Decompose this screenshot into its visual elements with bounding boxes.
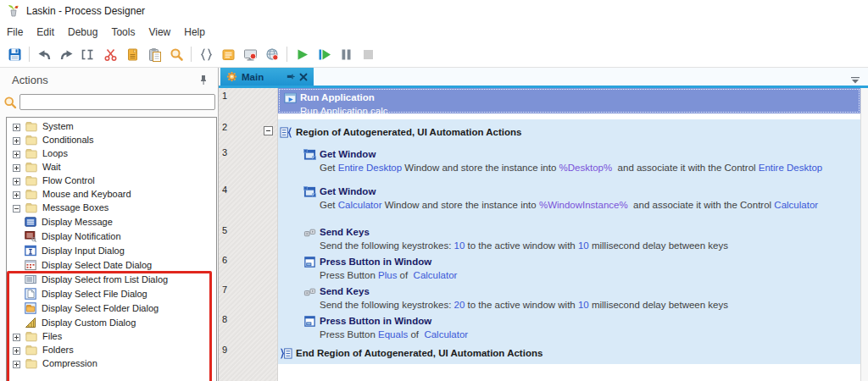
workflow-row-2[interactable]: 2Region of Autogenerated, UI Automation … bbox=[219, 119, 860, 145]
folder-icon bbox=[25, 121, 37, 132]
run-from-this-action-button[interactable] bbox=[313, 43, 335, 65]
action-region-of-autogenerated-ui-automation-actions[interactable]: Region of Autogenerated, UI Automation A… bbox=[278, 119, 860, 145]
window-title: Laskin - Process Designer bbox=[26, 5, 145, 17]
paste-button[interactable] bbox=[143, 43, 165, 65]
tree-item-display-notification[interactable]: Display Notification bbox=[7, 229, 216, 243]
variable-link[interactable]: %WindowInstance% bbox=[539, 200, 628, 210]
expand-icon[interactable] bbox=[13, 150, 20, 157]
redo-button[interactable] bbox=[55, 43, 77, 65]
tree-group-system[interactable]: System bbox=[7, 119, 216, 133]
tree-group-message-boxes[interactable]: Message Boxes bbox=[7, 201, 216, 214]
workflow-row-8[interactable]: 8Press Button in WindowPress Button Equa… bbox=[219, 312, 860, 342]
expand-icon[interactable] bbox=[13, 177, 20, 185]
stop-button[interactable] bbox=[357, 43, 379, 65]
tree-item-display-select-folder-dialog[interactable]: Display Select Folder Dialog bbox=[7, 301, 216, 315]
vertical-scrollbar[interactable] bbox=[860, 88, 868, 381]
tree-item-display-message[interactable]: Display Message bbox=[7, 214, 216, 229]
workflow-row-6[interactable]: 6Press Button in WindowPress Button Plus… bbox=[219, 252, 860, 282]
parameter-link[interactable]: 10 bbox=[454, 240, 465, 251]
tab-main[interactable]: Main bbox=[220, 68, 314, 86]
comment-button[interactable] bbox=[217, 43, 239, 65]
workflow-row-9[interactable]: 9End Region of Autogenerated, UI Automat… bbox=[219, 342, 860, 364]
tree-item-display-input-dialog[interactable]: Display Input Dialog bbox=[7, 243, 216, 257]
expand-icon[interactable] bbox=[13, 360, 20, 367]
menu-tools[interactable]: Tools bbox=[104, 24, 142, 41]
tree-group-conditionals[interactable]: Conditionals bbox=[7, 133, 216, 146]
tree-group-loops[interactable]: Loops bbox=[7, 146, 216, 160]
parameter-link[interactable]: Entire Desktop bbox=[759, 163, 822, 173]
action-send-keys[interactable]: Send KeysSend the following keystrokes: … bbox=[278, 282, 860, 312]
action-end-region-of-autogenerated-ui-automation-actions[interactable]: End Region of Autogenerated, UI Automati… bbox=[278, 342, 860, 364]
copy-button[interactable] bbox=[121, 43, 143, 65]
parameter-link[interactable]: Entire Desktop bbox=[338, 163, 402, 173]
actions-tree: SystemConditionalsLoopsWaitFlow ControlM… bbox=[6, 117, 217, 381]
parameter-link[interactable]: 10 bbox=[578, 240, 589, 251]
action-press-button-in-window[interactable]: Press Button in WindowPress Button Plus … bbox=[278, 252, 860, 282]
tree-group-files[interactable]: Files bbox=[7, 329, 216, 343]
expand-icon[interactable] bbox=[13, 333, 20, 340]
tab-list-dropdown-icon[interactable] bbox=[851, 72, 860, 79]
save-button[interactable] bbox=[3, 43, 25, 65]
expand-icon[interactable] bbox=[13, 190, 20, 198]
collapse-icon[interactable] bbox=[13, 204, 20, 212]
parameter-link[interactable]: 20 bbox=[454, 300, 465, 310]
parameter-link[interactable]: Plus bbox=[378, 270, 397, 280]
parameter-link[interactable]: 10 bbox=[578, 300, 589, 310]
get-window-icon bbox=[303, 185, 316, 198]
workflow-row-7[interactable]: 7Send KeysSend the following keystrokes:… bbox=[219, 282, 860, 312]
tab-pin-icon[interactable] bbox=[286, 72, 295, 81]
workflow-row-3[interactable]: 3Get WindowGet Entire Desktop Window and… bbox=[219, 145, 860, 182]
tree-item-display-select-file-dialog[interactable]: Display Select File Dialog bbox=[7, 286, 216, 301]
tree-group-folders[interactable]: Folders bbox=[7, 343, 216, 356]
tree-item-display-select-from-list-dialog[interactable]: Display Select from List Dialog bbox=[7, 272, 216, 286]
expand-icon[interactable] bbox=[13, 346, 20, 354]
find-button[interactable] bbox=[165, 43, 187, 65]
tree-item-display-custom-dialog[interactable]: Display Custom Dialog bbox=[7, 315, 216, 329]
action-get-window[interactable]: Get WindowGet Entire Desktop Window and … bbox=[278, 145, 860, 182]
actions-panel-title: Actions bbox=[12, 74, 198, 86]
workflow-row-4[interactable]: 4Get WindowGet Calculator Window and sto… bbox=[219, 182, 860, 223]
collapse-region-toggle[interactable] bbox=[264, 126, 273, 135]
action-send-keys[interactable]: Send KeysSend the following keystrokes: … bbox=[278, 223, 860, 252]
row-number: 8 bbox=[219, 312, 278, 342]
tree-group-mouse-and-keyboard[interactable]: Mouse and Keyboard bbox=[7, 187, 216, 201]
tree-item-display-select-date-dialog[interactable]: Display Select Date Dialog bbox=[7, 257, 216, 272]
expand-icon[interactable] bbox=[13, 136, 20, 144]
actions-search-input[interactable] bbox=[19, 94, 215, 110]
menu-debug[interactable]: Debug bbox=[61, 24, 104, 41]
parameter-link[interactable]: Calculator bbox=[424, 329, 468, 340]
tree-group-flow-control[interactable]: Flow Control bbox=[7, 174, 216, 187]
parameter-link[interactable]: Calculator bbox=[774, 200, 818, 210]
tab-close-icon[interactable] bbox=[299, 73, 308, 81]
pin-icon[interactable] bbox=[198, 74, 209, 86]
menu-help[interactable]: Help bbox=[177, 24, 212, 41]
rename-button[interactable] bbox=[77, 43, 99, 65]
undo-button[interactable] bbox=[33, 43, 55, 65]
tree-group-compression[interactable]: Compression bbox=[7, 356, 216, 370]
expand-icon[interactable] bbox=[13, 163, 20, 171]
copy-icon bbox=[125, 47, 140, 62]
run-button[interactable] bbox=[291, 43, 313, 65]
variable-link[interactable]: %Desktop% bbox=[559, 163, 613, 173]
parameter-link[interactable]: Calculator bbox=[414, 270, 458, 280]
expand-icon[interactable] bbox=[13, 123, 20, 130]
parameter-link[interactable]: Equals bbox=[378, 329, 408, 340]
pause-button[interactable] bbox=[335, 43, 357, 65]
workflow-row-5[interactable]: 5Send KeysSend the following keystrokes:… bbox=[219, 223, 860, 252]
action-run-application[interactable]: Run ApplicationRun Application calc bbox=[278, 88, 860, 113]
action-press-button-in-window[interactable]: Press Button in WindowPress Button Equal… bbox=[278, 312, 860, 342]
action-description: Send the following keystrokes: 20 to the… bbox=[320, 299, 860, 311]
menu-edit[interactable]: Edit bbox=[30, 24, 61, 41]
expressions-button[interactable] bbox=[195, 43, 217, 65]
menu-file[interactable]: File bbox=[0, 24, 30, 41]
tree-group-wait[interactable]: Wait bbox=[7, 160, 216, 174]
expressions-icon bbox=[199, 47, 214, 62]
action-get-window[interactable]: Get WindowGet Calculator Window and stor… bbox=[278, 182, 860, 223]
web-recorder-button[interactable] bbox=[261, 43, 283, 65]
parameter-link[interactable]: Calculator bbox=[338, 200, 382, 210]
cut-button[interactable] bbox=[99, 43, 121, 65]
send-keys-icon bbox=[303, 226, 316, 239]
macro-recorder-button[interactable] bbox=[239, 43, 261, 65]
menu-view[interactable]: View bbox=[142, 24, 177, 41]
workflow-row-1[interactable]: 1Run ApplicationRun Application calc bbox=[219, 88, 860, 113]
